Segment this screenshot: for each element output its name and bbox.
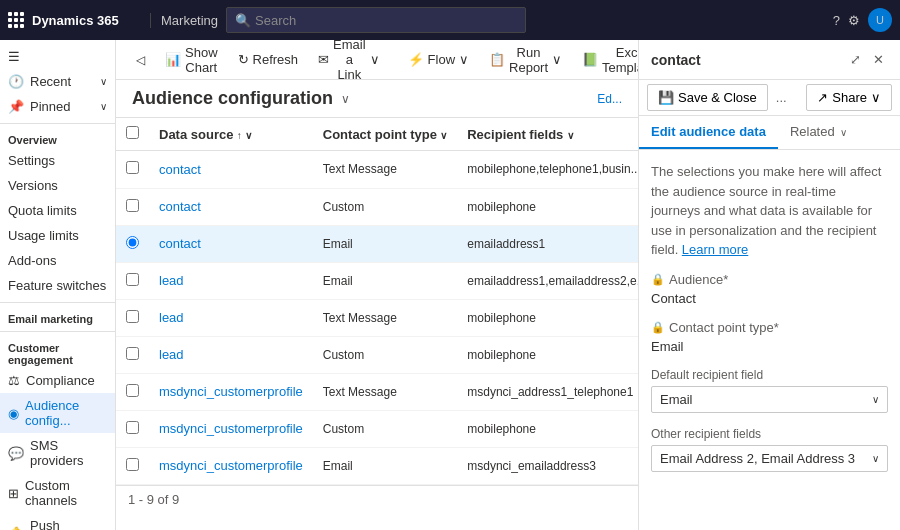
data-source-link[interactable]: msdynci_customerprofile bbox=[159, 458, 303, 473]
sidebar-item-versions[interactable]: Versions bbox=[0, 173, 115, 198]
data-source-link[interactable]: contact bbox=[159, 199, 201, 214]
waffle-icon[interactable] bbox=[8, 12, 24, 28]
excel-label: Excel Templates bbox=[602, 45, 638, 75]
data-source-link[interactable]: msdynci_customerprofile bbox=[159, 421, 303, 436]
learn-more-link[interactable]: Learn more bbox=[682, 242, 748, 257]
tab-related[interactable]: Related ∨ bbox=[778, 116, 859, 149]
share-button[interactable]: ↗ Share ∨ bbox=[806, 84, 892, 111]
row-checkbox-cell[interactable] bbox=[116, 299, 149, 336]
table-row[interactable]: msdynci_customerprofile Text Message msd… bbox=[116, 373, 638, 410]
table-container: Data source ↑ ∨ Contact point type ∨ Rec… bbox=[116, 118, 638, 530]
data-source-link[interactable]: msdynci_customerprofile bbox=[159, 384, 303, 399]
tab-related-label: Related bbox=[790, 124, 835, 139]
save-label: Save & Close bbox=[678, 90, 757, 105]
flow-button[interactable]: ⚡ Flow ∨ bbox=[400, 48, 477, 71]
search-bar[interactable]: 🔍 Search bbox=[226, 7, 526, 33]
row-checkbox-cell[interactable] bbox=[116, 447, 149, 484]
row-checkbox[interactable] bbox=[126, 347, 139, 360]
sidebar-item-label: Quota limits bbox=[8, 203, 77, 218]
table-row[interactable]: msdynci_customerprofile Email msdynci_em… bbox=[116, 447, 638, 484]
tab-edit-audience[interactable]: Edit audience data bbox=[639, 116, 778, 149]
row-recipient-fields: emailaddress1 bbox=[457, 225, 638, 262]
tab-related-chevron: ∨ bbox=[840, 127, 847, 138]
sidebar-item-addons[interactable]: Add-ons bbox=[0, 248, 115, 273]
row-checkbox[interactable] bbox=[126, 236, 139, 249]
sidebar-item-sms[interactable]: 💬 SMS providers bbox=[0, 433, 115, 473]
row-checkbox-cell[interactable] bbox=[116, 262, 149, 299]
sidebar-item-feature[interactable]: Feature switches bbox=[0, 273, 115, 298]
sidebar-item-push[interactable]: 🔔 Push notifications bbox=[0, 513, 115, 530]
save-icon: 💾 bbox=[658, 90, 674, 105]
flow-label: Flow bbox=[428, 52, 455, 67]
row-checkbox-cell[interactable] bbox=[116, 188, 149, 225]
show-chart-button[interactable]: 📊 Show Chart bbox=[157, 41, 226, 79]
refresh-button[interactable]: ↻ Refresh bbox=[230, 48, 307, 71]
user-avatar[interactable]: U bbox=[868, 8, 892, 32]
share-icon: ↗ bbox=[817, 90, 828, 105]
default-recipient-select[interactable]: Email ∨ bbox=[651, 386, 888, 413]
row-checkbox[interactable] bbox=[126, 310, 139, 323]
data-source-link[interactable]: contact bbox=[159, 236, 201, 251]
row-checkbox[interactable] bbox=[126, 421, 139, 434]
compliance-icon: ⚖ bbox=[8, 373, 20, 388]
other-recipient-select[interactable]: Email Address 2, Email Address 3 ∨ bbox=[651, 445, 888, 472]
panel-expand-button[interactable]: ⤢ bbox=[846, 48, 865, 71]
row-contact-point: Text Message bbox=[313, 299, 457, 336]
table-row[interactable]: contact Custom mobilephone # admi... bbox=[116, 188, 638, 225]
row-checkbox[interactable] bbox=[126, 199, 139, 212]
row-checkbox-cell[interactable] bbox=[116, 336, 149, 373]
data-source-link[interactable]: lead bbox=[159, 310, 184, 325]
row-checkbox[interactable] bbox=[126, 458, 139, 471]
row-contact-point: Custom bbox=[313, 410, 457, 447]
more-options-button[interactable]: ... bbox=[772, 86, 791, 109]
select-all-input[interactable] bbox=[126, 126, 139, 139]
save-close-button[interactable]: 💾 Save & Close bbox=[647, 84, 768, 111]
sidebar-item-compliance[interactable]: ⚖ Compliance bbox=[0, 368, 115, 393]
row-checkbox[interactable] bbox=[126, 273, 139, 286]
row-checkbox-cell[interactable] bbox=[116, 151, 149, 189]
row-checkbox-cell[interactable] bbox=[116, 225, 149, 262]
contact-point-label: 🔒 Contact point type* bbox=[651, 320, 888, 335]
run-report-button[interactable]: 📋 Run Report ∨ bbox=[481, 41, 570, 79]
panel-info-text: The selections you make here will affect… bbox=[651, 162, 888, 260]
col-data-source: Data source ↑ ∨ bbox=[149, 118, 313, 151]
data-source-link[interactable]: contact bbox=[159, 162, 201, 177]
sidebar-item-pinned[interactable]: 📌 Pinned ∨ bbox=[0, 94, 115, 119]
settings-icon[interactable]: ⚙ bbox=[848, 13, 860, 28]
excel-button[interactable]: 📗 Excel Templates ∨ bbox=[574, 41, 638, 79]
table-row[interactable]: msdynci_customerprofile Custom mobilepho… bbox=[116, 410, 638, 447]
row-checkbox[interactable] bbox=[126, 161, 139, 174]
sidebar-item-audience[interactable]: ◉ Audience config... bbox=[0, 393, 115, 433]
sidebar-item-recent[interactable]: 🕐 Recent ∨ bbox=[0, 69, 115, 94]
edit-label[interactable]: Ed... bbox=[597, 92, 622, 106]
panel-close-button[interactable]: ✕ bbox=[869, 48, 888, 71]
data-source-link[interactable]: lead bbox=[159, 347, 184, 362]
search-placeholder: Search bbox=[255, 13, 296, 28]
sidebar-item-custom[interactable]: ⊞ Custom channels bbox=[0, 473, 115, 513]
select-all-checkbox[interactable] bbox=[116, 118, 149, 151]
row-data-source: msdynci_customerprofile bbox=[149, 373, 313, 410]
row-checkbox-cell[interactable] bbox=[116, 410, 149, 447]
table-row[interactable]: contact Text Message mobilephone,telepho… bbox=[116, 151, 638, 189]
sidebar-item-quota[interactable]: Quota limits bbox=[0, 198, 115, 223]
help-icon[interactable]: ? bbox=[833, 13, 840, 28]
table-row[interactable]: lead Email emailaddress1,emailaddress2,e… bbox=[116, 262, 638, 299]
sidebar-item-hamburger[interactable]: ☰ bbox=[0, 44, 115, 69]
panel-actions: ⤢ ✕ bbox=[846, 48, 888, 71]
table-row[interactable]: lead Text Message mobilephone # admi... bbox=[116, 299, 638, 336]
sidebar-divider bbox=[0, 123, 115, 124]
sidebar-item-label: Push notifications bbox=[30, 518, 107, 530]
app-name: Dynamics 365 bbox=[32, 13, 119, 28]
table-row[interactable]: contact Email emailaddress1 # admi... bbox=[116, 225, 638, 262]
run-report-label: Run Report bbox=[509, 45, 548, 75]
sidebar-item-usage[interactable]: Usage limits bbox=[0, 223, 115, 248]
table-row[interactable]: lead Custom mobilephone # admi... bbox=[116, 336, 638, 373]
row-data-source: lead bbox=[149, 336, 313, 373]
row-recipient-fields: mobilephone bbox=[457, 188, 638, 225]
row-recipient-fields: msdynci_emailaddress3 bbox=[457, 447, 638, 484]
row-checkbox-cell[interactable] bbox=[116, 373, 149, 410]
sidebar-item-settings[interactable]: Settings bbox=[0, 148, 115, 173]
row-checkbox[interactable] bbox=[126, 384, 139, 397]
data-source-link[interactable]: lead bbox=[159, 273, 184, 288]
back-button[interactable]: ◁ bbox=[128, 49, 153, 71]
